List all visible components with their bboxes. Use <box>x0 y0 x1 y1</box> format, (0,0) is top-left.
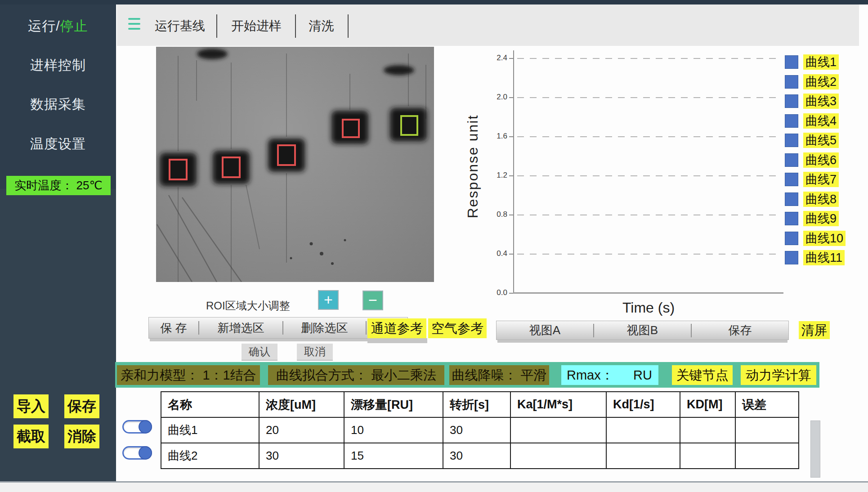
legend-swatch-2[interactable] <box>785 75 798 89</box>
roi-enlarge-button[interactable]: + <box>318 290 339 310</box>
run-baseline-button[interactable]: 运行基线 <box>144 16 216 36</box>
gridline <box>517 254 781 255</box>
cell-turn[interactable]: 30 <box>443 417 510 443</box>
legend-swatch-10[interactable] <box>785 232 798 245</box>
menu-icon[interactable] <box>128 18 140 31</box>
legend-item-11[interactable]: 曲线11 <box>803 250 845 265</box>
cell-kd2[interactable] <box>680 417 735 443</box>
rmax-input[interactable]: Rmax： RU <box>561 365 658 385</box>
fit-method-select[interactable]: 曲线拟合方式： 最小二乘法 <box>268 365 444 385</box>
legend-swatch-8[interactable] <box>785 192 798 206</box>
legend-item-4[interactable]: 曲线4 <box>803 113 839 129</box>
import-button[interactable]: 导入 <box>13 394 49 418</box>
sidebar-item-data-acquisition[interactable]: 数据采集 <box>0 94 116 114</box>
sidebar-item-sampling-control[interactable]: 进样控制 <box>0 55 116 75</box>
legend-swatch-6[interactable] <box>785 153 798 167</box>
chip-photo-decoration <box>156 47 434 282</box>
cancel-button[interactable]: 取消 <box>297 344 333 361</box>
toggle-knob <box>139 446 152 460</box>
legend-item-10[interactable]: 曲线10 <box>803 231 846 246</box>
legend-swatch-3[interactable] <box>785 94 798 108</box>
kinetics-calc-button[interactable]: 动力学计算 <box>741 365 816 385</box>
delete-region-button[interactable]: 删除选区 <box>283 320 366 336</box>
legend-swatch-1[interactable] <box>785 55 798 69</box>
legend-item-7[interactable]: 曲线7 <box>803 172 839 187</box>
cell-kd2[interactable] <box>680 443 735 469</box>
view-b-button[interactable]: 视图B <box>594 322 691 338</box>
legend-item-5[interactable]: 曲线5 <box>803 133 839 148</box>
col-header-name: 名称 <box>161 392 259 417</box>
cell-name[interactable]: 曲线1 <box>161 417 259 443</box>
legend-item-3[interactable]: 曲线3 <box>803 94 839 109</box>
table-header-row: 名称 浓度[uM] 漂移量[RU] 转折[s] Ka[1/M*s] Kd[1/s… <box>161 392 799 417</box>
chip-camera-image[interactable] <box>156 47 434 282</box>
capture-button[interactable]: 截取 <box>13 425 49 448</box>
curve-2-toggle-on[interactable] <box>122 446 152 460</box>
toolbar-separator <box>295 14 296 38</box>
remove-button[interactable]: 消除 <box>64 425 99 448</box>
table-scrollbar[interactable] <box>810 420 820 478</box>
cell-name[interactable]: 曲线2 <box>161 443 259 469</box>
col-header-concentration: 浓度[uM] <box>259 392 344 417</box>
bar-separator <box>366 321 367 335</box>
realtime-temperature-badge: 实时温度： 25℃ <box>6 176 111 195</box>
curve-1-toggle-on[interactable] <box>122 420 152 434</box>
legend-item-8[interactable]: 曲线8 <box>803 192 839 207</box>
start-sampling-button[interactable]: 开始进样 <box>220 16 292 36</box>
cell-error[interactable] <box>735 417 799 443</box>
clear-screen-button[interactable]: 清屏 <box>799 321 830 339</box>
y-tick <box>509 175 513 176</box>
gridline <box>517 175 781 176</box>
channel-reference-button[interactable]: 通道参考 <box>367 318 426 338</box>
air-reference-button[interactable]: 空气参考 <box>428 318 487 338</box>
curve-data-table: 名称 浓度[uM] 漂移量[RU] 转折[s] Ka[1/M*s] Kd[1/s… <box>161 391 799 469</box>
wash-button[interactable]: 清洗 <box>298 16 345 36</box>
col-header-ka: Ka[1/M*s] <box>510 392 606 417</box>
cell-concentration[interactable]: 30 <box>259 443 344 469</box>
legend-item-6[interactable]: 曲线6 <box>803 152 839 168</box>
sensor-pad-1 <box>160 153 197 186</box>
rmax-label: Rmax： <box>567 365 614 385</box>
legend-swatch-7[interactable] <box>785 173 798 186</box>
col-header-drift: 漂移量[RU] <box>344 392 443 417</box>
save-button-sidebar[interactable]: 保存 <box>64 394 99 418</box>
sidebar-item-temperature-setting[interactable]: 温度设置 <box>0 134 116 154</box>
denoise-select[interactable]: 曲线降噪： 平滑 <box>449 365 549 385</box>
cell-kd[interactable] <box>606 443 680 469</box>
legend-swatch-5[interactable] <box>785 134 798 147</box>
y-tick-label: 1.2 <box>487 171 507 181</box>
col-header-error: 误差 <box>735 392 799 417</box>
legend-swatch-4[interactable] <box>785 114 798 128</box>
y-tick-label: 2.4 <box>487 54 507 63</box>
confirm-button[interactable]: 确认 <box>242 344 277 361</box>
rmax-unit: RU <box>633 365 652 385</box>
cell-ka[interactable] <box>510 443 606 469</box>
cell-ka[interactable] <box>510 417 606 443</box>
legend-item-1[interactable]: 曲线1 <box>803 54 839 70</box>
legend-item-2[interactable]: 曲线2 <box>803 74 839 89</box>
affinity-model-select[interactable]: 亲和力模型： 1：1结合 <box>117 365 260 385</box>
chart-x-axis <box>513 292 783 294</box>
chart-y-axis <box>513 50 514 294</box>
roi-shrink-button[interactable]: − <box>362 291 383 310</box>
key-nodes-button[interactable]: 关键节点 <box>672 365 733 385</box>
y-tick <box>509 215 513 215</box>
cell-error[interactable] <box>735 443 799 469</box>
add-region-button[interactable]: 新增选区 <box>199 320 282 336</box>
window-top-strip <box>0 0 868 4</box>
legend-swatch-11[interactable] <box>785 251 798 264</box>
gridline <box>517 136 781 137</box>
cell-drift[interactable]: 15 <box>344 443 443 469</box>
legend-swatch-9[interactable] <box>785 212 798 225</box>
cell-kd[interactable] <box>606 417 680 443</box>
legend-item-9[interactable]: 曲线9 <box>803 211 839 226</box>
cell-turn[interactable]: 30 <box>443 443 510 469</box>
chart-save-button[interactable]: 保存 <box>692 322 788 338</box>
cell-drift[interactable]: 10 <box>344 417 443 443</box>
chart-y-axis-title: Response unit <box>465 108 480 225</box>
view-a-button[interactable]: 视图A <box>497 322 593 338</box>
sidebar-item-run-stop[interactable]: 运行/停止 <box>0 16 116 36</box>
y-tick <box>509 293 513 294</box>
cell-concentration[interactable]: 20 <box>259 417 344 443</box>
roi-save-button[interactable]: 保 存 <box>149 320 198 336</box>
